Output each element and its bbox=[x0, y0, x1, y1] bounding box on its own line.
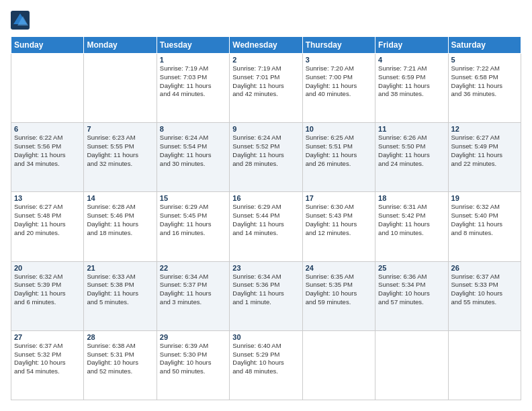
day-info: Sunrise: 6:37 AM Sunset: 5:32 PM Dayligh… bbox=[14, 342, 81, 376]
week-row-4: 27Sunrise: 6:37 AM Sunset: 5:32 PM Dayli… bbox=[11, 330, 521, 400]
calendar-table: SundayMondayTuesdayWednesdayThursdayFrid… bbox=[11, 36, 521, 400]
day-number: 29 bbox=[160, 333, 226, 341]
day-cell: 15Sunrise: 6:29 AM Sunset: 5:45 PM Dayli… bbox=[157, 192, 229, 261]
day-number: 23 bbox=[232, 264, 299, 272]
week-row-3: 20Sunrise: 6:32 AM Sunset: 5:39 PM Dayli… bbox=[11, 261, 521, 330]
day-number: 6 bbox=[14, 125, 81, 133]
day-cell: 22Sunrise: 6:34 AM Sunset: 5:37 PM Dayli… bbox=[157, 261, 229, 330]
day-cell: 20Sunrise: 6:32 AM Sunset: 5:39 PM Dayli… bbox=[11, 261, 84, 330]
day-number: 5 bbox=[451, 56, 518, 64]
day-cell: 9Sunrise: 6:24 AM Sunset: 5:52 PM Daylig… bbox=[230, 123, 302, 192]
day-cell: 27Sunrise: 6:37 AM Sunset: 5:32 PM Dayli… bbox=[11, 330, 84, 400]
day-info: Sunrise: 6:37 AM Sunset: 5:33 PM Dayligh… bbox=[451, 273, 518, 307]
day-cell bbox=[302, 330, 375, 400]
day-number: 11 bbox=[378, 125, 445, 133]
day-number: 17 bbox=[306, 194, 372, 202]
day-number: 15 bbox=[160, 194, 226, 202]
page: SundayMondayTuesdayWednesdayThursdayFrid… bbox=[0, 0, 532, 411]
day-cell: 17Sunrise: 6:30 AM Sunset: 5:43 PM Dayli… bbox=[302, 192, 375, 261]
day-info: Sunrise: 7:19 AM Sunset: 7:01 PM Dayligh… bbox=[232, 64, 299, 99]
day-info: Sunrise: 6:32 AM Sunset: 5:40 PM Dayligh… bbox=[451, 203, 518, 237]
day-info: Sunrise: 6:32 AM Sunset: 5:39 PM Dayligh… bbox=[14, 273, 81, 307]
day-info: Sunrise: 6:24 AM Sunset: 5:54 PM Dayligh… bbox=[160, 134, 226, 168]
day-cell bbox=[448, 330, 521, 400]
day-info: Sunrise: 6:36 AM Sunset: 5:34 PM Dayligh… bbox=[378, 273, 445, 307]
day-cell: 29Sunrise: 6:39 AM Sunset: 5:30 PM Dayli… bbox=[157, 330, 229, 400]
day-info: Sunrise: 6:30 AM Sunset: 5:43 PM Dayligh… bbox=[306, 203, 372, 237]
day-cell: 23Sunrise: 6:34 AM Sunset: 5:36 PM Dayli… bbox=[230, 261, 302, 330]
day-info: Sunrise: 6:34 AM Sunset: 5:36 PM Dayligh… bbox=[232, 273, 299, 307]
day-cell: 8Sunrise: 6:24 AM Sunset: 5:54 PM Daylig… bbox=[157, 123, 229, 192]
day-cell: 28Sunrise: 6:38 AM Sunset: 5:31 PM Dayli… bbox=[84, 330, 157, 400]
day-info: Sunrise: 6:27 AM Sunset: 5:49 PM Dayligh… bbox=[451, 134, 518, 168]
day-info: Sunrise: 6:27 AM Sunset: 5:48 PM Dayligh… bbox=[14, 203, 81, 237]
day-cell: 14Sunrise: 6:28 AM Sunset: 5:46 PM Dayli… bbox=[84, 192, 157, 261]
day-cell: 19Sunrise: 6:32 AM Sunset: 5:40 PM Dayli… bbox=[448, 192, 521, 261]
day-number: 28 bbox=[87, 333, 153, 341]
day-number: 16 bbox=[232, 194, 299, 202]
logo bbox=[11, 11, 31, 30]
weekday-friday: Friday bbox=[375, 37, 448, 54]
day-cell: 3Sunrise: 7:20 AM Sunset: 7:00 PM Daylig… bbox=[302, 54, 375, 123]
day-info: Sunrise: 7:21 AM Sunset: 6:59 PM Dayligh… bbox=[378, 64, 445, 99]
day-cell: 16Sunrise: 6:29 AM Sunset: 5:44 PM Dayli… bbox=[230, 192, 302, 261]
day-number: 26 bbox=[451, 264, 518, 272]
day-number: 25 bbox=[378, 264, 445, 272]
day-info: Sunrise: 6:40 AM Sunset: 5:29 PM Dayligh… bbox=[232, 342, 299, 376]
day-info: Sunrise: 6:31 AM Sunset: 5:42 PM Dayligh… bbox=[378, 203, 445, 237]
logo-icon bbox=[11, 11, 30, 30]
day-number: 20 bbox=[14, 264, 81, 272]
day-cell: 7Sunrise: 6:23 AM Sunset: 5:55 PM Daylig… bbox=[84, 123, 157, 192]
day-number: 9 bbox=[232, 125, 299, 133]
day-info: Sunrise: 6:22 AM Sunset: 5:56 PM Dayligh… bbox=[14, 134, 81, 168]
day-number: 10 bbox=[306, 125, 372, 133]
day-cell: 1Sunrise: 7:19 AM Sunset: 7:03 PM Daylig… bbox=[157, 54, 229, 123]
day-number: 30 bbox=[232, 333, 299, 341]
day-info: Sunrise: 6:33 AM Sunset: 5:38 PM Dayligh… bbox=[87, 273, 153, 307]
day-cell: 10Sunrise: 6:25 AM Sunset: 5:51 PM Dayli… bbox=[302, 123, 375, 192]
day-number: 14 bbox=[87, 194, 153, 202]
day-cell: 30Sunrise: 6:40 AM Sunset: 5:29 PM Dayli… bbox=[230, 330, 302, 400]
day-cell bbox=[375, 330, 448, 400]
day-info: Sunrise: 7:20 AM Sunset: 7:00 PM Dayligh… bbox=[306, 64, 372, 99]
day-info: Sunrise: 6:29 AM Sunset: 5:44 PM Dayligh… bbox=[232, 203, 299, 237]
day-info: Sunrise: 6:24 AM Sunset: 5:52 PM Dayligh… bbox=[232, 134, 299, 168]
day-number: 1 bbox=[160, 56, 226, 64]
day-info: Sunrise: 6:29 AM Sunset: 5:45 PM Dayligh… bbox=[160, 203, 226, 237]
day-number: 12 bbox=[451, 125, 518, 133]
day-number: 19 bbox=[451, 194, 518, 202]
day-cell: 12Sunrise: 6:27 AM Sunset: 5:49 PM Dayli… bbox=[448, 123, 521, 192]
day-number: 13 bbox=[14, 194, 81, 202]
day-number: 2 bbox=[232, 56, 299, 64]
day-info: Sunrise: 7:19 AM Sunset: 7:03 PM Dayligh… bbox=[160, 64, 226, 99]
day-number: 24 bbox=[306, 264, 372, 272]
day-number: 4 bbox=[378, 56, 445, 64]
day-number: 3 bbox=[306, 56, 372, 64]
day-number: 18 bbox=[378, 194, 445, 202]
day-cell: 11Sunrise: 6:26 AM Sunset: 5:50 PM Dayli… bbox=[375, 123, 448, 192]
weekday-header-row: SundayMondayTuesdayWednesdayThursdayFrid… bbox=[11, 37, 521, 54]
day-cell: 2Sunrise: 7:19 AM Sunset: 7:01 PM Daylig… bbox=[230, 54, 302, 123]
day-number: 8 bbox=[160, 125, 226, 133]
weekday-sunday: Sunday bbox=[11, 37, 84, 54]
day-info: Sunrise: 6:35 AM Sunset: 5:35 PM Dayligh… bbox=[306, 273, 372, 307]
day-cell: 18Sunrise: 6:31 AM Sunset: 5:42 PM Dayli… bbox=[375, 192, 448, 261]
day-number: 7 bbox=[87, 125, 153, 133]
day-cell bbox=[11, 54, 84, 123]
weekday-saturday: Saturday bbox=[448, 37, 521, 54]
day-cell: 5Sunrise: 7:22 AM Sunset: 6:58 PM Daylig… bbox=[448, 54, 521, 123]
day-cell: 6Sunrise: 6:22 AM Sunset: 5:56 PM Daylig… bbox=[11, 123, 84, 192]
day-cell: 25Sunrise: 6:36 AM Sunset: 5:34 PM Dayli… bbox=[375, 261, 448, 330]
weekday-monday: Monday bbox=[84, 37, 157, 54]
week-row-0: 1Sunrise: 7:19 AM Sunset: 7:03 PM Daylig… bbox=[11, 54, 521, 123]
day-info: Sunrise: 6:26 AM Sunset: 5:50 PM Dayligh… bbox=[378, 134, 445, 168]
day-cell: 13Sunrise: 6:27 AM Sunset: 5:48 PM Dayli… bbox=[11, 192, 84, 261]
day-info: Sunrise: 6:23 AM Sunset: 5:55 PM Dayligh… bbox=[87, 134, 153, 168]
day-cell: 4Sunrise: 7:21 AM Sunset: 6:59 PM Daylig… bbox=[375, 54, 448, 123]
day-cell: 21Sunrise: 6:33 AM Sunset: 5:38 PM Dayli… bbox=[84, 261, 157, 330]
week-row-2: 13Sunrise: 6:27 AM Sunset: 5:48 PM Dayli… bbox=[11, 192, 521, 261]
day-cell bbox=[84, 54, 157, 123]
header bbox=[11, 11, 521, 30]
day-number: 27 bbox=[14, 333, 81, 341]
day-info: Sunrise: 7:22 AM Sunset: 6:58 PM Dayligh… bbox=[451, 64, 518, 99]
